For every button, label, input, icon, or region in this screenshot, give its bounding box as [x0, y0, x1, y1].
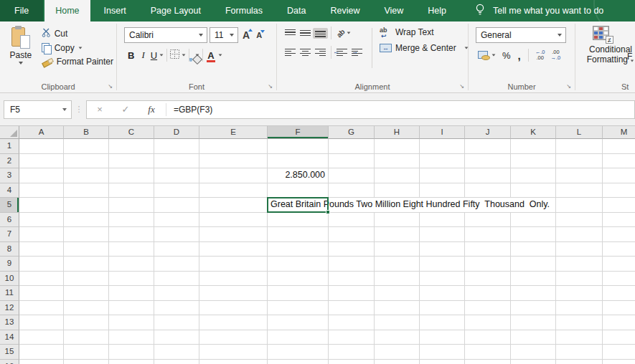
cell-F8[interactable]: [268, 242, 329, 257]
number-dialog-launcher[interactable]: [565, 82, 573, 90]
align-center-button[interactable]: [298, 47, 313, 58]
cell-G6[interactable]: [329, 213, 375, 228]
align-left-button[interactable]: [283, 47, 298, 58]
cell-C11[interactable]: [109, 286, 154, 301]
cell-J6[interactable]: [465, 213, 511, 228]
cell-B6[interactable]: [64, 213, 109, 228]
cell-I14[interactable]: [420, 330, 465, 345]
cell-H12[interactable]: [375, 301, 420, 316]
cell-D16[interactable]: [154, 360, 199, 364]
cell-B16[interactable]: [64, 360, 109, 364]
cell-A16[interactable]: [19, 360, 64, 364]
cell-M3[interactable]: [603, 168, 635, 183]
cell-A6[interactable]: [19, 213, 64, 228]
cell-E16[interactable]: [199, 360, 268, 364]
cell-D2[interactable]: [154, 154, 199, 169]
column-header-C[interactable]: C: [109, 126, 154, 139]
cell-L1[interactable]: [556, 139, 603, 154]
cell-M10[interactable]: [603, 272, 635, 287]
merge-center-button[interactable]: Merge & Center: [380, 43, 469, 53]
cell-L11[interactable]: [556, 286, 603, 301]
cell-E5[interactable]: [199, 198, 268, 213]
tab-home[interactable]: Home: [44, 0, 90, 21]
cell-G11[interactable]: [329, 286, 375, 301]
cell-H2[interactable]: [375, 154, 420, 169]
cell-E4[interactable]: [199, 183, 268, 198]
cell-D3[interactable]: [154, 168, 199, 183]
clipboard-dialog-launcher[interactable]: [106, 82, 114, 90]
cell-C6[interactable]: [109, 213, 154, 228]
column-header-F[interactable]: F: [268, 126, 329, 139]
cell-L12[interactable]: [556, 301, 603, 316]
cell-J15[interactable]: [465, 345, 511, 360]
cell-C16[interactable]: [109, 360, 154, 364]
cell-C4[interactable]: [109, 183, 154, 198]
cell-C7[interactable]: [109, 227, 154, 242]
cell-K10[interactable]: [511, 272, 556, 287]
cell-D5[interactable]: [154, 198, 199, 213]
cell-H4[interactable]: [375, 183, 420, 198]
cell-B5[interactable]: [64, 198, 109, 213]
tab-data[interactable]: Data: [276, 0, 316, 21]
copy-dropdown-arrow[interactable]: [78, 47, 82, 49]
percent-style-button[interactable]: %: [499, 50, 514, 61]
grow-font-button[interactable]: A: [240, 29, 252, 41]
cell-H14[interactable]: [375, 330, 420, 345]
cell-E2[interactable]: [199, 154, 268, 169]
row-header-16[interactable]: 16: [0, 360, 19, 364]
row-header-2[interactable]: 2: [0, 154, 19, 169]
row-header-4[interactable]: 4: [0, 183, 19, 198]
row-header-7[interactable]: 7: [0, 227, 19, 242]
cell-C13[interactable]: [109, 315, 154, 330]
cell-H15[interactable]: [375, 345, 420, 360]
cell-E15[interactable]: [199, 345, 268, 360]
cell-J8[interactable]: [465, 242, 511, 257]
cell-B12[interactable]: [64, 301, 109, 316]
tab-review[interactable]: Review: [319, 0, 370, 21]
cell-A3[interactable]: [19, 168, 64, 183]
tab-formulas[interactable]: Formulas: [215, 0, 273, 21]
decrease-indent-button[interactable]: ←: [334, 47, 349, 58]
cell-A9[interactable]: [19, 257, 64, 272]
cell-A10[interactable]: [19, 272, 64, 287]
cell-B10[interactable]: [64, 272, 109, 287]
cell-F6[interactable]: [268, 213, 329, 228]
cell-E13[interactable]: [199, 315, 268, 330]
cell-I15[interactable]: [420, 345, 465, 360]
column-header-H[interactable]: H: [375, 126, 420, 139]
cell-D7[interactable]: [154, 227, 199, 242]
cell-M16[interactable]: [603, 360, 635, 364]
cell-H16[interactable]: [375, 360, 420, 364]
cell-B11[interactable]: [64, 286, 109, 301]
cut-button[interactable]: Cut: [42, 28, 113, 39]
cell-H11[interactable]: [375, 286, 420, 301]
cell-E10[interactable]: [199, 272, 268, 287]
cell-K13[interactable]: [511, 315, 556, 330]
cell-C9[interactable]: [109, 257, 154, 272]
row-header-15[interactable]: 15: [0, 345, 19, 360]
cell-K12[interactable]: [511, 301, 556, 316]
alignment-dialog-launcher[interactable]: [458, 82, 466, 90]
cell-F10[interactable]: [268, 272, 329, 287]
cell-I2[interactable]: [420, 154, 465, 169]
cell-J7[interactable]: [465, 227, 511, 242]
accounting-format-button[interactable]: [476, 49, 498, 62]
column-header-L[interactable]: L: [556, 126, 603, 139]
cell-C15[interactable]: [109, 345, 154, 360]
tab-view[interactable]: View: [373, 0, 414, 21]
cell-G9[interactable]: [329, 257, 375, 272]
cell-I3[interactable]: [420, 168, 465, 183]
cell-H8[interactable]: [375, 242, 420, 257]
cell-C8[interactable]: [109, 242, 154, 257]
cell-F9[interactable]: [268, 257, 329, 272]
cell-L5[interactable]: [556, 198, 603, 213]
cell-K9[interactable]: [511, 257, 556, 272]
cell-E6[interactable]: [199, 213, 268, 228]
cell-C14[interactable]: [109, 330, 154, 345]
decrease-decimal-button[interactable]: .00 →.0: [549, 49, 563, 61]
cell-F4[interactable]: [268, 183, 329, 198]
cell-J1[interactable]: [465, 139, 511, 154]
cell-L14[interactable]: [556, 330, 603, 345]
select-all-corner[interactable]: [0, 126, 19, 139]
cell-K3[interactable]: [511, 168, 556, 183]
